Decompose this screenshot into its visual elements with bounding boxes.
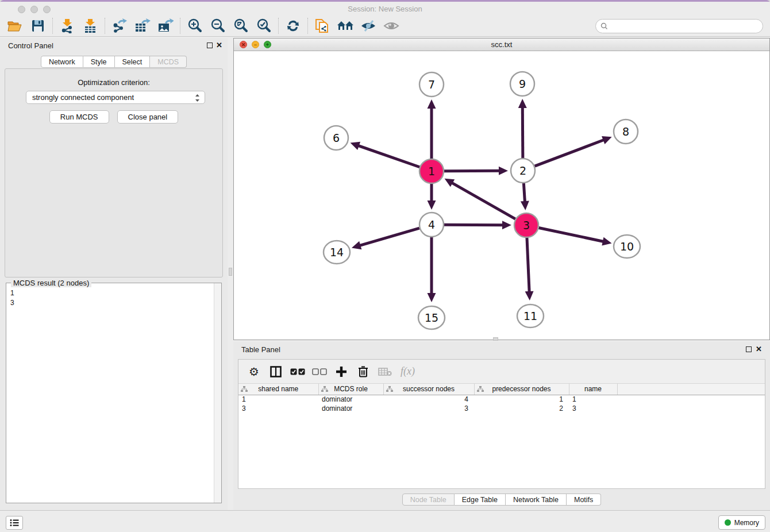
show-all-button[interactable] bbox=[380, 17, 403, 35]
edge-2-3[interactable] bbox=[523, 183, 525, 203]
result-scrollbar[interactable] bbox=[214, 283, 221, 503]
function-builder-button[interactable]: f(x) bbox=[401, 365, 415, 377]
edge-1-6[interactable] bbox=[357, 145, 419, 167]
close-panel-button[interactable]: Close panel bbox=[117, 110, 179, 124]
table-cell[interactable]: 3 bbox=[238, 404, 318, 413]
tab-node-table[interactable]: Node Table bbox=[402, 494, 455, 506]
table-cell-filler bbox=[617, 395, 765, 404]
zoom-selected-icon bbox=[256, 18, 271, 33]
edge-4-14[interactable] bbox=[358, 228, 419, 246]
edge-arrowhead bbox=[518, 99, 527, 108]
import-network-button[interactable] bbox=[56, 17, 79, 35]
table-cell[interactable]: 3 bbox=[569, 404, 617, 413]
import-table-button[interactable] bbox=[79, 17, 102, 35]
table-header-row[interactable]: shared nameMCDS rolesuccessor nodesprede… bbox=[238, 384, 765, 395]
column-header-successor-nodes[interactable]: successor nodes bbox=[383, 384, 474, 395]
select-all-columns-button[interactable] bbox=[289, 363, 306, 380]
delete-table-button[interactable] bbox=[376, 363, 394, 380]
hide-selected-button[interactable] bbox=[357, 17, 380, 35]
table-row[interactable]: 1dominator411 bbox=[238, 395, 765, 404]
dropdown-value: strongly connected component bbox=[32, 93, 134, 102]
optimization-criterion-dropdown[interactable]: strongly connected component bbox=[26, 91, 205, 104]
vertical-split-divider[interactable] bbox=[228, 38, 233, 510]
edge-3-11[interactable] bbox=[527, 238, 529, 294]
network-window-titlebar[interactable]: ✕ − + scc.txt bbox=[234, 38, 769, 51]
float-panel-icon[interactable] bbox=[746, 346, 752, 352]
tab-style[interactable]: Style bbox=[83, 56, 115, 68]
table-cell[interactable]: 1 bbox=[569, 395, 617, 404]
tab-network[interactable]: Network bbox=[41, 56, 83, 68]
edge-1-2[interactable] bbox=[444, 171, 501, 171]
export-image-icon bbox=[157, 18, 174, 33]
network-window-title: scc.txt bbox=[234, 40, 769, 49]
divider-grip[interactable] bbox=[229, 268, 232, 276]
close-panel-icon[interactable]: ✕ bbox=[216, 41, 222, 49]
table-cell[interactable]: 4 bbox=[383, 395, 474, 404]
network-graph[interactable]: 1234678910111415 bbox=[234, 51, 769, 340]
horizontal-split-grip[interactable] bbox=[493, 337, 498, 341]
toolbar-separator bbox=[52, 18, 53, 34]
edge-2-8[interactable] bbox=[535, 139, 606, 166]
column-header-MCDS-role[interactable]: MCDS role bbox=[318, 384, 383, 395]
export-table-button[interactable] bbox=[131, 17, 154, 35]
table-cell[interactable]: dominator bbox=[318, 404, 383, 413]
edge-3-10[interactable] bbox=[539, 228, 605, 242]
task-history-button[interactable] bbox=[6, 516, 23, 530]
first-neighbors-button[interactable] bbox=[334, 17, 357, 35]
mcds-result-box: MCDS result (2 nodes) 1 3 bbox=[6, 283, 222, 503]
apply-layout-button[interactable] bbox=[282, 17, 305, 35]
graph-node-label: 14 bbox=[330, 246, 344, 259]
graph-node-label: 10 bbox=[620, 240, 634, 253]
tab-mcds[interactable]: MCDS bbox=[150, 56, 187, 68]
table-cell[interactable]: 2 bbox=[474, 404, 569, 413]
network-canvas[interactable]: 1234678910111415 bbox=[234, 51, 769, 340]
table-row[interactable]: 3dominator323 bbox=[238, 404, 765, 413]
open-session-button[interactable] bbox=[3, 17, 26, 35]
create-column-button[interactable] bbox=[333, 363, 350, 380]
gear-icon: ⚙ bbox=[249, 365, 259, 379]
edge-4-3[interactable] bbox=[444, 225, 505, 225]
column-header-shared-name[interactable]: shared name bbox=[238, 384, 318, 395]
table-cell[interactable]: 1 bbox=[238, 395, 318, 404]
unselect-all-columns-button[interactable] bbox=[311, 363, 328, 380]
tab-motifs[interactable]: Motifs bbox=[567, 494, 601, 506]
tab-select[interactable]: Select bbox=[115, 56, 151, 68]
memory-button[interactable]: Memory bbox=[718, 515, 765, 530]
table-container: ⚙ f(x) shared nameMCDS rolesuccessor nod… bbox=[238, 359, 765, 489]
search-input[interactable] bbox=[611, 22, 763, 30]
refresh-icon bbox=[286, 19, 300, 33]
network-from-selection-button[interactable] bbox=[311, 17, 334, 35]
zoom-fit-button[interactable] bbox=[229, 17, 252, 35]
tab-network-table[interactable]: Network Table bbox=[506, 494, 567, 506]
show-columns-button[interactable] bbox=[267, 363, 284, 380]
zoom-in-button[interactable] bbox=[183, 17, 206, 35]
table-cell[interactable]: 1 bbox=[474, 395, 569, 404]
search-field[interactable] bbox=[595, 19, 763, 33]
edge-3-1[interactable] bbox=[451, 182, 515, 219]
delete-table-icon bbox=[378, 367, 392, 376]
column-header-predecessor-nodes[interactable]: predecessor nodes bbox=[474, 384, 569, 395]
delete-columns-button[interactable] bbox=[355, 363, 372, 380]
list-icon bbox=[10, 519, 19, 527]
node-table[interactable]: shared nameMCDS rolesuccessor nodesprede… bbox=[238, 384, 765, 413]
table-cell[interactable]: 3 bbox=[383, 404, 474, 413]
save-session-button[interactable] bbox=[26, 17, 49, 35]
tab-edge-table[interactable]: Edge Table bbox=[455, 494, 506, 506]
zoom-out-button[interactable] bbox=[206, 17, 229, 35]
network-window: ✕ − + scc.txt 1234678910111415 bbox=[233, 38, 770, 340]
graph-node-label: 6 bbox=[333, 132, 340, 144]
table-cell-filler bbox=[617, 404, 765, 413]
edge-2-9[interactable] bbox=[522, 106, 523, 158]
table-toolbar: ⚙ f(x) bbox=[238, 360, 765, 384]
status-bar: Memory bbox=[0, 510, 770, 532]
export-network-button[interactable] bbox=[108, 17, 131, 35]
float-panel-icon[interactable] bbox=[207, 43, 213, 48]
export-image-button[interactable] bbox=[154, 17, 177, 35]
run-mcds-button[interactable]: Run MCDS bbox=[49, 110, 109, 124]
table-cell[interactable]: dominator bbox=[318, 395, 383, 404]
table-settings-button[interactable]: ⚙ bbox=[245, 363, 263, 380]
column-header-name[interactable]: name bbox=[569, 384, 617, 395]
close-panel-icon[interactable]: ✕ bbox=[756, 345, 762, 353]
import-table-icon bbox=[83, 18, 97, 33]
zoom-selected-button[interactable] bbox=[252, 17, 275, 35]
